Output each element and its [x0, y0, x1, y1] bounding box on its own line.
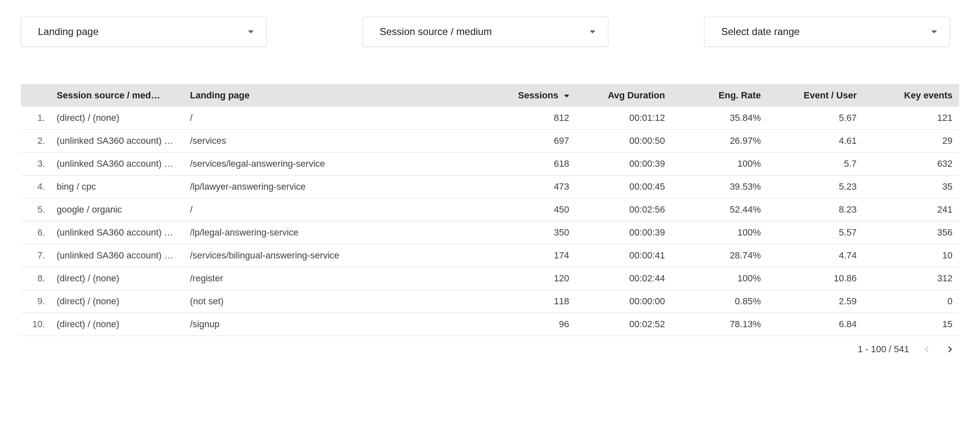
cell-eng-rate: 26.97%: [672, 130, 768, 153]
cell-sessions: 96: [468, 313, 576, 336]
pagination: 1 - 100 / 541: [21, 336, 959, 355]
table-row[interactable]: 1.(direct) / (none)/81200:01:1235.84%5.6…: [21, 107, 959, 130]
cell-eng-rate: 100%: [672, 153, 768, 175]
cell-landing: /signup: [183, 313, 468, 336]
pagination-range: 1 - 100 / 541: [858, 344, 909, 355]
cell-key-events: 312: [863, 267, 959, 290]
cell-key-events: 10: [863, 244, 959, 267]
cell-source: (unlinked SA360 account) …: [50, 153, 183, 175]
cell-rownum: 5.: [21, 198, 50, 221]
cell-landing: /services/bilingual-answering-service: [183, 244, 468, 267]
cell-eng-rate: 35.84%: [672, 107, 768, 130]
chevron-right-icon: [946, 345, 954, 353]
col-event-user[interactable]: Event / User: [768, 84, 863, 107]
report-table: Session source / med… Landing page Sessi…: [21, 84, 959, 336]
cell-eng-rate: 0.85%: [672, 290, 768, 313]
table-row[interactable]: 4.bing / cpc/lp/lawyer-answering-service…: [21, 175, 959, 198]
cell-eng-rate: 100%: [672, 221, 768, 244]
cell-landing: /lp/legal-answering-service: [183, 221, 468, 244]
cell-key-events: 29: [863, 130, 959, 153]
col-avg-duration[interactable]: Avg Duration: [576, 84, 672, 107]
cell-sessions: 118: [468, 290, 576, 313]
date-range-dropdown[interactable]: Select date range: [704, 17, 950, 47]
cell-avg-duration: 00:00:50: [576, 130, 672, 153]
col-source[interactable]: Session source / med…: [50, 84, 183, 107]
cell-key-events: 632: [863, 153, 959, 175]
table-row[interactable]: 6.(unlinked SA360 account) …/lp/legal-an…: [21, 221, 959, 244]
cell-landing: /register: [183, 267, 468, 290]
cell-avg-duration: 00:02:44: [576, 267, 672, 290]
col-key-events[interactable]: Key events: [863, 84, 959, 107]
cell-avg-duration: 00:00:39: [576, 153, 672, 175]
cell-eng-rate: 78.13%: [672, 313, 768, 336]
cell-rownum: 7.: [21, 244, 50, 267]
dimension1-label: Landing page: [38, 26, 98, 38]
table-row[interactable]: 10.(direct) / (none)/signup9600:02:5278.…: [21, 313, 959, 336]
cell-event-user: 2.59: [768, 290, 863, 313]
cell-sessions: 450: [468, 198, 576, 221]
cell-source: (direct) / (none): [50, 267, 183, 290]
filter-dropdown-row: Landing page Session source / medium Sel…: [21, 17, 959, 47]
cell-rownum: 4.: [21, 175, 50, 198]
dimension2-dropdown[interactable]: Session source / medium: [362, 17, 608, 47]
cell-sessions: 350: [468, 221, 576, 244]
cell-landing: (not set): [183, 290, 468, 313]
next-page-button[interactable]: [944, 343, 956, 355]
cell-rownum: 3.: [21, 153, 50, 175]
cell-event-user: 5.7: [768, 153, 863, 175]
dimension1-dropdown[interactable]: Landing page: [21, 17, 267, 47]
cell-eng-rate: 52.44%: [672, 198, 768, 221]
prev-page-button[interactable]: [921, 343, 932, 355]
cell-avg-duration: 00:02:56: [576, 198, 672, 221]
cell-avg-duration: 00:00:39: [576, 221, 672, 244]
cell-sessions: 697: [468, 130, 576, 153]
col-sessions[interactable]: Sessions: [468, 84, 576, 107]
cell-rownum: 9.: [21, 290, 50, 313]
cell-key-events: 241: [863, 198, 959, 221]
cell-landing: /: [183, 107, 468, 130]
cell-eng-rate: 28.74%: [672, 244, 768, 267]
sort-desc-icon: [564, 95, 569, 98]
caret-down-icon: [590, 30, 595, 33]
cell-key-events: 121: [863, 107, 959, 130]
caret-down-icon: [248, 30, 254, 33]
cell-source: (unlinked SA360 account) …: [50, 130, 183, 153]
cell-key-events: 356: [863, 221, 959, 244]
date-range-label: Select date range: [721, 26, 800, 38]
cell-source: (unlinked SA360 account) …: [50, 244, 183, 267]
cell-rownum: 2.: [21, 130, 50, 153]
cell-landing: /services: [183, 130, 468, 153]
cell-eng-rate: 39.53%: [672, 175, 768, 198]
table-row[interactable]: 7.(unlinked SA360 account) …/services/bi…: [21, 244, 959, 267]
table-row[interactable]: 5.google / organic/45000:02:5652.44%8.23…: [21, 198, 959, 221]
cell-event-user: 4.61: [768, 130, 863, 153]
cell-landing: /lp/lawyer-answering-service: [183, 175, 468, 198]
cell-event-user: 5.23: [768, 175, 863, 198]
cell-eng-rate: 100%: [672, 267, 768, 290]
cell-avg-duration: 00:01:12: [576, 107, 672, 130]
table-row[interactable]: 8.(direct) / (none)/register12000:02:441…: [21, 267, 959, 290]
cell-rownum: 10.: [21, 313, 50, 336]
cell-event-user: 8.23: [768, 198, 863, 221]
col-rownum: [21, 84, 50, 107]
cell-source: (unlinked SA360 account) …: [50, 221, 183, 244]
cell-key-events: 15: [863, 313, 959, 336]
table-row[interactable]: 9.(direct) / (none)(not set)11800:00:000…: [21, 290, 959, 313]
col-eng-rate[interactable]: Eng. Rate: [672, 84, 768, 107]
cell-sessions: 812: [468, 107, 576, 130]
table-row[interactable]: 3.(unlinked SA360 account) …/services/le…: [21, 153, 959, 175]
cell-avg-duration: 00:00:41: [576, 244, 672, 267]
col-landing[interactable]: Landing page: [183, 84, 468, 107]
cell-landing: /services/legal-answering-service: [183, 153, 468, 175]
cell-sessions: 120: [468, 267, 576, 290]
cell-event-user: 5.57: [768, 221, 863, 244]
cell-sessions: 174: [468, 244, 576, 267]
cell-rownum: 8.: [21, 267, 50, 290]
table-row[interactable]: 2.(unlinked SA360 account) …/services697…: [21, 130, 959, 153]
cell-source: (direct) / (none): [50, 107, 183, 130]
dimension2-label: Session source / medium: [380, 26, 492, 38]
cell-rownum: 1.: [21, 107, 50, 130]
cell-key-events: 35: [863, 175, 959, 198]
table-header-row: Session source / med… Landing page Sessi…: [21, 84, 959, 107]
cell-rownum: 6.: [21, 221, 50, 244]
